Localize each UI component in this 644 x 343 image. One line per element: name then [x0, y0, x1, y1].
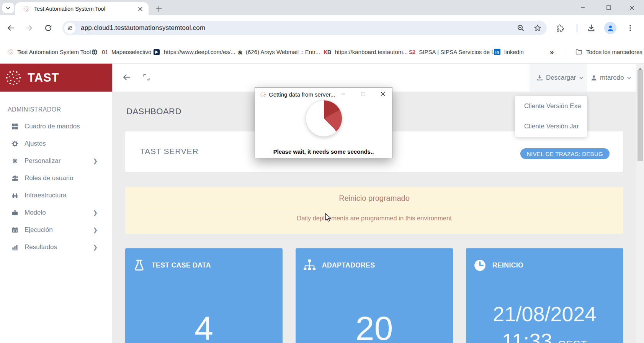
browser-tab[interactable]: Test Automation System Tool — [15, 2, 149, 15]
app-brand-header[interactable]: TAST — [0, 64, 112, 92]
tab-title: Test Automation System Tool — [34, 6, 137, 12]
downloads-button[interactable] — [584, 21, 598, 35]
forward-button[interactable] — [22, 21, 36, 35]
tast-logo-icon — [5, 69, 22, 87]
window-maximize-button[interactable] — [597, 0, 621, 15]
tast-favicon — [23, 6, 29, 12]
notice-divider — [139, 209, 610, 209]
chevron-down-icon — [5, 5, 11, 11]
sipsa-icon: S2 — [409, 49, 415, 55]
puzzle-icon — [556, 24, 564, 33]
sidebar-item-ajustes[interactable]: Ajustes — [0, 135, 112, 152]
menu-item-cliente-version-exe[interactable]: Cliente Versión Exe — [515, 96, 587, 116]
maximize-icon — [606, 5, 611, 10]
binoculars-icon — [10, 192, 20, 199]
descargar-dropdown-menu: Cliente Versión Exe Cliente Versión Jar — [515, 96, 587, 137]
extensions-button[interactable] — [553, 21, 567, 35]
bookmark-deepl[interactable]: https://www.deepl.com/es/... — [153, 41, 235, 63]
close-icon — [629, 5, 635, 11]
descargar-button[interactable]: Descargar — [536, 64, 584, 92]
sidebar-item-modelo[interactable]: Modelo ❯ — [0, 204, 112, 221]
window-minimize-button[interactable] — [570, 0, 595, 15]
app-back-button[interactable] — [121, 72, 132, 84]
bookmark-tast[interactable]: Test Automation System Tool — [7, 41, 91, 63]
plus-icon — [155, 5, 162, 12]
all-bookmarks-button[interactable]: Todos los marcadores — [575, 41, 642, 63]
cog-icon — [10, 158, 20, 164]
profile-button[interactable] — [604, 22, 616, 34]
bookmark-mapeo[interactable]: 01_Mapeoselectivo — [91, 41, 151, 63]
notice-title: Reinicio programado — [125, 194, 623, 203]
sidebar: ADMINISTRADOR Cuadro de mandos Ajustes P… — [0, 92, 112, 343]
gear-icon — [10, 140, 20, 147]
user-menu-button[interactable]: mtarodo — [591, 64, 631, 92]
notice-message: Daily deployments are programmed in this… — [125, 215, 623, 222]
bookmark-star-button[interactable] — [528, 24, 547, 32]
stat-card-test-case-data[interactable]: TEST CASE DATA 4 — [125, 248, 283, 343]
dialog-title: Getting data from server... — [269, 91, 335, 98]
tab-search-button[interactable] — [2, 3, 14, 13]
dialog-maximize-button[interactable] — [353, 88, 373, 100]
reload-button[interactable] — [41, 21, 55, 35]
reload-icon — [44, 24, 52, 32]
zoom-indicator-button[interactable] — [513, 24, 528, 32]
sidebar-item-resultados[interactable]: Resultados ❯ — [0, 238, 112, 256]
trace-level-badge: NIVEL DE TRAZAS: DEBUG — [520, 148, 610, 159]
sidebar-item-infraestructura[interactable]: Infraestructura — [0, 187, 112, 204]
site-settings-button[interactable] — [64, 23, 75, 34]
scrollbar-thumb[interactable] — [637, 70, 643, 161]
window-close-button[interactable] — [619, 0, 644, 15]
menu-item-cliente-version-jar[interactable]: Cliente Versión Jar — [515, 116, 587, 136]
chevron-down-icon — [627, 75, 631, 80]
bookmark-linkedin[interactable]: in linkedin — [494, 41, 524, 63]
bookmark-arsys[interactable]: a (626) Arsys Webmail :: Entr... — [238, 41, 320, 63]
new-tab-button[interactable] — [153, 3, 165, 15]
minimize-icon — [341, 92, 346, 97]
address-bar[interactable]: app.cloud1.testautomationsystemtool.com — [62, 21, 547, 35]
tune-icon — [67, 25, 73, 31]
sidebar-item-roles-de-usuario[interactable]: Roles de usuario — [0, 169, 112, 187]
briefcase-icon — [10, 209, 20, 216]
loading-spinner — [306, 100, 342, 137]
stat-card-date: 21/08/2024 — [466, 302, 623, 326]
kebab-menu-icon — [626, 24, 634, 32]
stat-card-adaptadores[interactable]: ADAPTADORES 20 — [296, 248, 453, 343]
bookmark-sipsa[interactable]: S2 SIPSA | SIPSA Servicios de I... — [409, 41, 498, 63]
users-icon — [10, 174, 20, 182]
clock-icon — [473, 258, 487, 272]
back-arrow-icon — [6, 23, 15, 33]
minimize-icon — [580, 5, 585, 10]
page-scrollbar[interactable] — [636, 64, 644, 343]
bookmarks-overflow-button[interactable]: » — [550, 41, 554, 63]
stat-card-reinicio[interactable]: REINICIO 21/08/2024 11:33 CEST — [466, 248, 623, 343]
sidebar-section-label: ADMINISTRADOR — [8, 106, 61, 113]
maximize-icon — [361, 92, 366, 97]
avatar — [604, 22, 616, 34]
server-card-title: TAST SERVER — [140, 147, 198, 156]
stat-card-label: REINICIO — [492, 261, 523, 269]
globe-icon — [91, 49, 98, 56]
dialog-message: Please wait, it needs some seconds.. — [255, 148, 392, 155]
sidebar-item-personalizar[interactable]: Personalizar ❯ — [0, 152, 112, 169]
browser-menu-button[interactable] — [623, 21, 637, 35]
tast-favicon — [7, 49, 13, 55]
fullscreen-button[interactable] — [143, 74, 150, 82]
tab-close-icon[interactable] — [137, 6, 143, 12]
browser-window: Test Automation System Tool — [0, 0, 644, 343]
back-button[interactable] — [4, 21, 18, 35]
url-text[interactable]: app.cloud1.testautomationsystemtool.com — [81, 24, 513, 32]
arsys-icon: a — [238, 49, 242, 56]
sidebar-item-ejecucion[interactable]: Ejecución ❯ — [0, 221, 112, 238]
forward-arrow-icon — [25, 23, 34, 33]
linkedin-icon: in — [494, 49, 500, 55]
page-title: DASHBOARD — [126, 107, 181, 117]
timezone-label: CEST — [558, 338, 587, 343]
restart-notice-banner: Reinicio programado Daily deployments ar… — [125, 187, 623, 234]
sidebar-item-cuadro-de-mandos[interactable]: Cuadro de mandos — [0, 118, 112, 135]
dialog-minimize-button[interactable] — [333, 88, 353, 100]
bookmarks-separator — [566, 48, 566, 57]
chevron-right-icon: ❯ — [93, 158, 98, 164]
bookmark-kanboard[interactable]: KB https://kanboard.testautom... — [324, 41, 408, 63]
dialog-close-button[interactable] — [373, 88, 393, 100]
chevron-right-icon: ❯ — [93, 226, 98, 233]
